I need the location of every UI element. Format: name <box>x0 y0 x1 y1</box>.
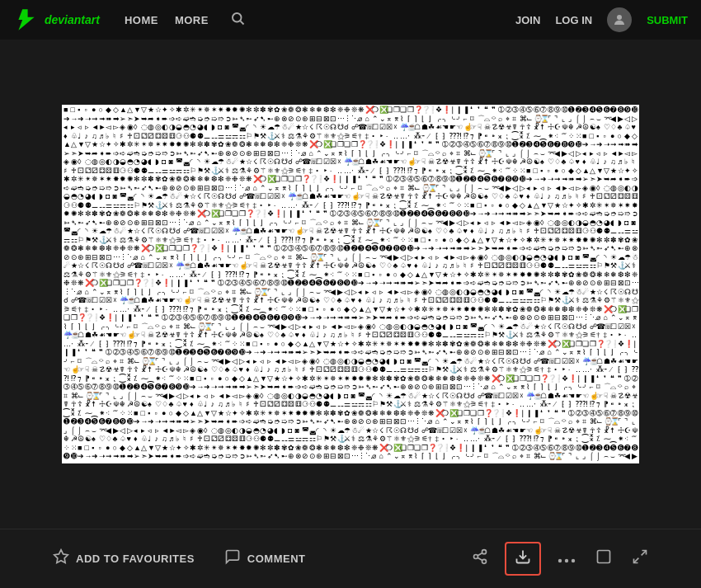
share-icon <box>472 548 488 569</box>
comment-button[interactable]: COMMENT <box>221 542 309 576</box>
svg-rect-14 <box>598 551 610 563</box>
comment-icon <box>224 548 241 569</box>
submit-button[interactable]: SUBMIT <box>647 14 688 26</box>
svg-point-3 <box>617 15 622 20</box>
svg-line-9 <box>478 553 482 555</box>
download-icon <box>515 548 531 569</box>
toolbar-left: ADD TO FAVOURITES COMMENT <box>49 542 308 576</box>
fit-window-button[interactable] <box>592 542 615 576</box>
logo-text: deviantart <box>45 13 100 26</box>
star-icon <box>53 548 69 569</box>
svg-point-11 <box>558 559 562 562</box>
nav-right: JOIN LOG IN SUBMIT <box>515 7 688 32</box>
logo[interactable]: deviantart <box>13 7 100 33</box>
artwork-image[interactable] <box>62 105 639 463</box>
nav-more[interactable]: MORE <box>175 14 209 26</box>
navbar: deviantart HOME MORE JOIN LOG IN SUBMIT <box>0 0 701 40</box>
add-to-favourites-button[interactable]: ADD TO FAVOURITES <box>49 542 198 576</box>
user-avatar[interactable] <box>607 7 632 32</box>
expand-button[interactable] <box>628 542 652 576</box>
svg-point-12 <box>565 559 568 562</box>
svg-line-15 <box>642 551 647 556</box>
svg-point-6 <box>474 555 478 559</box>
window-icon <box>595 548 612 569</box>
bottom-toolbar: ADD TO FAVOURITES COMMENT <box>0 529 701 588</box>
search-icon[interactable] <box>230 11 245 29</box>
deviantart-logo-icon <box>13 7 40 33</box>
nav-home[interactable]: HOME <box>125 14 158 26</box>
svg-line-8 <box>478 557 482 560</box>
svg-point-5 <box>482 550 487 554</box>
download-button[interactable] <box>505 542 541 576</box>
svg-point-7 <box>482 559 487 563</box>
svg-point-1 <box>233 13 242 22</box>
toolbar-right <box>468 542 652 576</box>
main-content <box>0 40 701 529</box>
login-button[interactable]: LOG IN <box>555 14 592 26</box>
svg-marker-0 <box>18 9 34 31</box>
share-button[interactable] <box>468 542 492 576</box>
more-dots-icon <box>558 549 576 568</box>
comment-label: COMMENT <box>247 553 306 565</box>
artwork-container <box>8 48 693 520</box>
svg-line-2 <box>240 21 243 24</box>
add-to-favourites-label: ADD TO FAVOURITES <box>76 553 195 565</box>
svg-point-13 <box>572 559 575 562</box>
expand-icon <box>632 548 648 569</box>
svg-marker-4 <box>54 550 68 563</box>
join-button[interactable]: JOIN <box>515 14 540 26</box>
nav-links: HOME MORE <box>125 14 209 26</box>
svg-line-16 <box>634 558 639 563</box>
more-options-button[interactable] <box>554 543 579 575</box>
